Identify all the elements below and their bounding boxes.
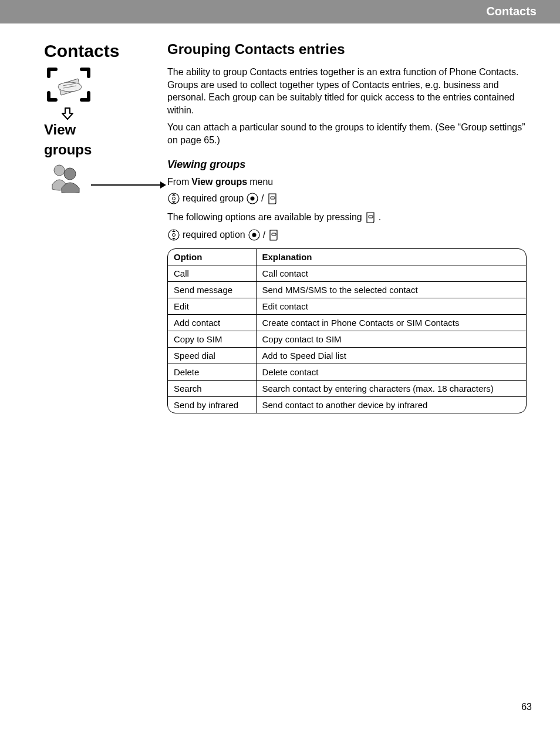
svg-point-3	[54, 165, 65, 176]
sub-heading: Viewing groups	[167, 159, 537, 171]
from-menu-bold: View groups	[191, 177, 247, 187]
main-content: Grouping Contacts entries The ability to…	[161, 41, 537, 413]
svg-point-12	[173, 233, 176, 236]
table-row: EditEdit contact	[168, 298, 526, 314]
page-number: 63	[521, 702, 532, 712]
table-cell: Create contact in Phone Contacts or SIM …	[256, 314, 526, 331]
table-cell: Send MMS/SMS to the selected contact	[256, 281, 526, 298]
down-arrow-icon	[60, 106, 75, 120]
step-select-group: required group /	[167, 192, 537, 205]
header-title: Contacts	[486, 5, 537, 18]
svg-rect-9	[271, 197, 275, 199]
contacts-card-icon	[45, 66, 92, 104]
svg-rect-15	[272, 233, 276, 236]
table-row: Copy to SIMCopy contact to SIM	[168, 331, 526, 347]
from-suffix: menu	[249, 177, 273, 187]
groups-people-icon	[49, 161, 84, 193]
from-label: From	[167, 177, 189, 187]
following-text: The following options are available by p…	[167, 212, 362, 223]
slash-2: /	[263, 230, 265, 240]
table-cell: Send contact to another device by infrar…	[256, 396, 526, 413]
table-header-explanation: Explanation	[256, 249, 526, 265]
table-cell: Add contact	[168, 314, 256, 331]
header-bar: Contacts	[0, 0, 560, 23]
step-group-text: required group	[183, 193, 244, 204]
sidebar: Contacts View gr	[44, 41, 161, 413]
nav-updown-icon-2	[167, 228, 180, 241]
slash-1: /	[261, 193, 264, 204]
nav-updown-icon	[167, 192, 180, 205]
svg-point-14	[252, 233, 256, 237]
table-cell: Delete contact	[256, 364, 526, 380]
table-cell: Delete	[168, 364, 256, 380]
table-row: Send by infraredSend contact to another …	[168, 396, 526, 413]
softkey-icon-2	[365, 211, 376, 224]
table-row: CallCall contact	[168, 265, 526, 281]
sidebar-sub-line1: View	[44, 122, 161, 138]
table-row: Add contactCreate contact in Phone Conta…	[168, 314, 526, 331]
table-header-option: Option	[168, 249, 256, 265]
table-cell: Send message	[168, 281, 256, 298]
svg-point-4	[64, 168, 76, 180]
flow-arrow-icon	[91, 179, 167, 191]
step-select-option: required option /	[167, 228, 537, 241]
sidebar-title: Contacts	[44, 41, 161, 61]
select-center-icon	[246, 192, 259, 205]
paragraph-2: You can attach a particular sound to the…	[167, 121, 537, 146]
table-cell: Copy contact to SIM	[256, 331, 526, 347]
softkey-icon	[266, 192, 278, 205]
page-content: Contacts View gr	[0, 23, 560, 413]
table-cell: Search contact by entering characters (m…	[256, 380, 526, 396]
step-option-text: required option	[183, 230, 245, 240]
from-line: From View groups menu	[167, 177, 537, 187]
table-cell: Call	[168, 265, 256, 281]
softkey-icon-3	[268, 228, 279, 241]
table-row: DeleteDelete contact	[168, 364, 526, 380]
table-row: Send messageSend MMS/SMS to the selected…	[168, 281, 526, 298]
table-header-row: Option Explanation	[168, 249, 526, 265]
svg-rect-10	[369, 216, 373, 218]
options-table: Option Explanation CallCall contact Send…	[167, 248, 527, 413]
paragraph-1: The ability to group Contacts entries to…	[167, 66, 537, 116]
svg-point-6	[173, 197, 176, 200]
table-cell: Send by infrared	[168, 396, 256, 413]
sidebar-sub-line2: groups	[44, 142, 161, 158]
period: .	[379, 212, 381, 223]
select-center-icon-2	[248, 228, 261, 241]
table-cell: Call contact	[256, 265, 526, 281]
table-row: Speed dialAdd to Speed Dial list	[168, 347, 526, 364]
table-cell: Search	[168, 380, 256, 396]
table-row: SearchSearch contact by entering charact…	[168, 380, 526, 396]
table-cell: Add to Speed Dial list	[256, 347, 526, 364]
section-title: Grouping Contacts entries	[167, 41, 537, 58]
table-cell: Copy to SIM	[168, 331, 256, 347]
table-cell: Edit	[168, 298, 256, 314]
svg-point-8	[251, 196, 255, 200]
following-options-line: The following options are available by p…	[167, 211, 537, 224]
table-cell: Speed dial	[168, 347, 256, 364]
table-cell: Edit contact	[256, 298, 526, 314]
